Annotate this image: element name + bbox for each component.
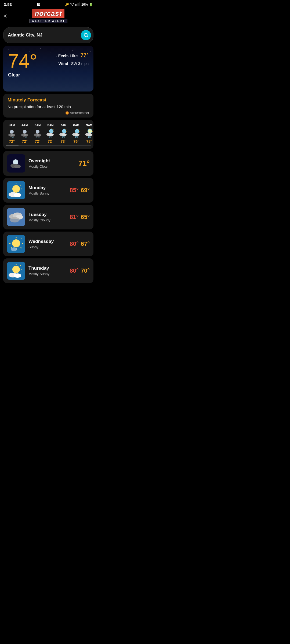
wednesday-low: 67° bbox=[81, 240, 90, 247]
svg-point-85 bbox=[11, 247, 17, 251]
daily-card-tuesday: Tuesday Mostly Cloudy 81° 65° bbox=[3, 205, 93, 229]
svg-text:1%: 1% bbox=[62, 136, 65, 138]
wednesday-high: 80° bbox=[70, 240, 78, 247]
back-button[interactable]: < bbox=[4, 13, 7, 20]
logo-weather-alert: WEATHER ALERT bbox=[29, 19, 68, 23]
wednesday-condition: Sunny bbox=[28, 245, 66, 249]
hourly-icon-6: 1% bbox=[84, 128, 93, 138]
daily-card-overnight: Overnight Mostly Clear 71° bbox=[3, 151, 93, 176]
svg-rect-3 bbox=[79, 2, 79, 6]
thursday-temps: 80° 70° bbox=[70, 267, 90, 274]
hourly-icon-3: 1% bbox=[45, 128, 56, 138]
feels-like-value: 77° bbox=[81, 52, 89, 58]
svg-point-11 bbox=[61, 49, 62, 49]
hourly-time-2: 5AM bbox=[35, 123, 41, 127]
logo-norcast: norcast bbox=[32, 9, 65, 18]
hourly-time-5: 8AM bbox=[73, 123, 79, 127]
svg-line-83 bbox=[11, 247, 12, 248]
minutely-forecast-card: Minutely Forecast No precipitation for a… bbox=[3, 94, 93, 118]
svg-text:1%: 1% bbox=[49, 136, 52, 138]
status-icons: 🔑 10% 🔋 bbox=[65, 2, 93, 6]
svg-point-39 bbox=[62, 129, 66, 133]
daily-card-wednesday: Wednesday Sunny 80° 67° bbox=[3, 232, 93, 256]
tuesday-high: 81° bbox=[70, 214, 78, 221]
svg-line-89 bbox=[20, 265, 21, 266]
status-photo-icon: 🖼 bbox=[37, 2, 40, 6]
hourly-temp-3: 72° bbox=[48, 139, 53, 144]
svg-point-77 bbox=[12, 239, 20, 247]
wind-row: Wind SW 3 mph bbox=[58, 61, 89, 66]
search-bar[interactable]: Atlantic City, NJ bbox=[3, 27, 93, 43]
accuweather-label: AccuWeather bbox=[70, 111, 89, 115]
hourly-item-4: 7AM 1% 73° bbox=[57, 123, 69, 144]
overnight-icon bbox=[7, 154, 25, 173]
monday-high: 85° bbox=[70, 187, 78, 194]
accuweather-badge: AccuWeather bbox=[8, 111, 89, 115]
hourly-item-2: 5AM 2% 72° bbox=[32, 123, 44, 144]
feels-like-row: Feels Like 77° bbox=[58, 52, 89, 58]
status-bar: 3:53 🖼 🔑 10% 🔋 bbox=[0, 0, 97, 8]
hourly-forecast-card: 3AM 2% 72° 4AM 2% bbox=[3, 120, 93, 149]
app-header: < norcast WEATHER ALERT bbox=[0, 8, 97, 25]
monday-day: Monday bbox=[28, 185, 66, 191]
svg-rect-1 bbox=[77, 4, 77, 6]
svg-line-56 bbox=[92, 129, 92, 129]
svg-line-34 bbox=[53, 129, 53, 130]
svg-point-20 bbox=[10, 130, 14, 134]
search-icon bbox=[83, 32, 89, 38]
wind-value: SW 3 mph bbox=[71, 61, 89, 66]
hourly-scroll-container[interactable]: 3AM 2% 72° 4AM 2% bbox=[3, 123, 93, 144]
wednesday-icon bbox=[7, 235, 25, 253]
svg-rect-2 bbox=[78, 3, 78, 6]
hourly-icon-4: 1% bbox=[58, 128, 69, 138]
thursday-high: 80° bbox=[70, 267, 78, 274]
svg-point-92 bbox=[14, 273, 21, 278]
wednesday-temps: 80° 67° bbox=[70, 240, 90, 247]
hourly-progress-bar bbox=[3, 144, 93, 146]
svg-point-32 bbox=[49, 129, 53, 133]
battery-text: 10% bbox=[81, 3, 88, 6]
overnight-day: Overnight bbox=[28, 158, 75, 164]
svg-point-4 bbox=[84, 33, 87, 36]
hourly-temp-6: 78° bbox=[86, 139, 92, 144]
signal-icon bbox=[75, 2, 80, 6]
minutely-description: No precipitation for at least 120 min bbox=[8, 104, 89, 109]
location-text: Atlantic City, NJ bbox=[8, 32, 81, 38]
svg-line-81 bbox=[21, 247, 21, 248]
hourly-icon-2: 2% bbox=[32, 128, 43, 138]
hourly-icon-0: 2% bbox=[6, 128, 17, 138]
hourly-item-1: 4AM 2% 72° bbox=[19, 123, 31, 144]
svg-point-7 bbox=[19, 48, 20, 48]
daily-card-monday: Monday Mostly Sunny 85° 69° bbox=[3, 178, 93, 203]
overnight-temp: 71° bbox=[78, 159, 90, 168]
accuweather-dot bbox=[66, 111, 69, 115]
svg-line-79 bbox=[21, 239, 21, 239]
monday-condition: Mostly Sunny bbox=[28, 191, 66, 195]
hourly-item-5: 8AM 1% 76° bbox=[70, 123, 82, 144]
svg-point-28 bbox=[36, 130, 39, 134]
hourly-time-4: 7AM bbox=[60, 123, 67, 127]
wednesday-day: Wednesday bbox=[28, 239, 66, 244]
svg-point-24 bbox=[23, 130, 27, 134]
svg-point-65 bbox=[12, 185, 20, 193]
thursday-condition: Mostly Sunny bbox=[28, 272, 66, 276]
svg-point-12 bbox=[72, 50, 73, 51]
svg-text:1%: 1% bbox=[88, 136, 91, 138]
svg-text:1%: 1% bbox=[75, 136, 78, 138]
weather-hero: 74° Clear Feels Like 77° Wind SW 3 mph bbox=[3, 46, 93, 92]
battery-icon: 🔋 bbox=[89, 3, 93, 6]
monday-icon bbox=[7, 181, 25, 199]
feels-like-label: Feels Like bbox=[58, 53, 78, 58]
svg-line-5 bbox=[87, 36, 88, 38]
hero-right-details: Feels Like 77° Wind SW 3 mph bbox=[58, 52, 89, 66]
thursday-low: 70° bbox=[81, 267, 90, 274]
monday-temps: 85° 69° bbox=[70, 187, 90, 194]
key-icon: 🔑 bbox=[65, 3, 69, 6]
minutely-title: Minutely Forecast bbox=[8, 97, 89, 103]
hourly-icon-1: 2% bbox=[19, 128, 30, 138]
search-button[interactable] bbox=[81, 30, 91, 40]
overnight-info: Overnight Mostly Clear bbox=[28, 158, 75, 169]
overnight-condition: Mostly Clear bbox=[28, 164, 75, 169]
svg-rect-0 bbox=[75, 4, 76, 6]
tuesday-day: Tuesday bbox=[28, 212, 66, 217]
